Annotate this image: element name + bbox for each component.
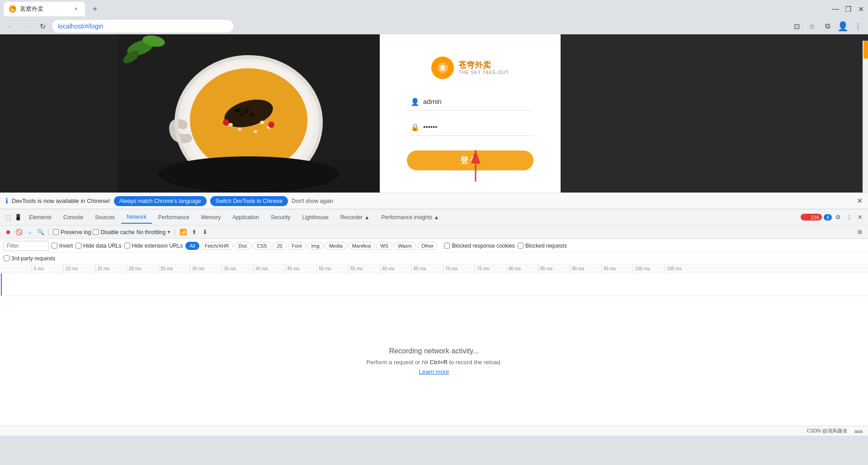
refresh-button[interactable]: ↻ — [36, 20, 49, 33]
notification-message: DevTools is now available in Chinese! — [12, 197, 110, 204]
active-tab[interactable]: 🍜 茗窝外卖 × — [4, 2, 85, 16]
window-controls: — ❐ ✕ — [832, 5, 864, 13]
new-tab-button[interactable]: + — [89, 3, 101, 15]
scrollbar-thumb[interactable] — [863, 41, 868, 59]
ruler-mark-14: 70 ms — [443, 264, 475, 273]
address-input[interactable] — [52, 20, 233, 33]
browser-menu-icon[interactable]: ⋮ — [852, 20, 864, 33]
browser-window: 🍜 茗窝外卖 × + — ❐ ✕ ← → ↻ ⊡ ☆ ⧉ 👤 ⋮ — [0, 0, 868, 436]
tab-application[interactable]: Application — [227, 211, 264, 223]
tab-performance[interactable]: Performance — [153, 211, 195, 223]
devtools-close-btn[interactable]: ✕ — [855, 213, 864, 222]
tab-recorder[interactable]: Recorder ▲ — [335, 211, 375, 223]
preserve-log-checkbox[interactable] — [53, 229, 59, 235]
devtools-tab-bar: ⬚ 📱 Elements Console Sources Network Per… — [0, 209, 868, 225]
filter-media-btn[interactable]: Media — [325, 242, 347, 250]
filter-toggle-btn[interactable]: ⬦ — [25, 228, 34, 237]
dont-show-again-button[interactable]: Don't show again — [292, 198, 333, 204]
filter-fetch-btn[interactable]: Fetch/XHR — [201, 242, 233, 250]
filter-css-btn[interactable]: CSS — [253, 242, 271, 250]
filter-img-btn[interactable]: Img — [307, 242, 324, 250]
cast-icon[interactable]: ⊡ — [790, 20, 803, 33]
ruler-mark-15: 75 ms — [475, 264, 506, 273]
clear-btn[interactable]: 🚫 — [14, 228, 24, 237]
hide-ext-urls-label[interactable]: Hide extension URLs — [124, 243, 183, 249]
online-icon[interactable]: 📶 — [179, 228, 188, 237]
switch-to-chinese-button[interactable]: Switch DevTools to Chinese — [210, 196, 288, 206]
page-scrollbar[interactable] — [863, 41, 868, 199]
filter-font-btn[interactable]: Font — [288, 242, 306, 250]
maximize-button[interactable]: ❐ — [844, 5, 852, 13]
disable-cache-label[interactable]: Disable cache — [93, 229, 134, 235]
close-button[interactable]: ✕ — [857, 5, 864, 13]
login-panel: 食 苍穹外卖 THE SKY TAKE-OUT 👤 🔒 登录 — [380, 34, 561, 193]
filter-doc-btn[interactable]: Doc — [235, 242, 252, 250]
download-icon[interactable]: ⬇ — [200, 228, 209, 237]
disable-cache-checkbox[interactable] — [93, 229, 99, 235]
tab-console[interactable]: Console — [58, 211, 89, 223]
svg-point-11 — [260, 121, 264, 124]
hide-data-urls-label[interactable]: Hide data URLs — [75, 243, 122, 249]
bookmark-icon[interactable]: ☆ — [806, 20, 818, 33]
invert-checkbox[interactable] — [52, 243, 57, 249]
username-input[interactable] — [407, 93, 533, 111]
filter-wasm-btn[interactable]: Wasm — [394, 242, 416, 250]
ruler-mark-13: 65 ms — [411, 264, 443, 273]
tab-lighthouse[interactable]: Lighthouse — [297, 211, 334, 223]
blocked-cookies-label[interactable]: Blocked response cookies — [444, 243, 514, 249]
filter-input[interactable] — [4, 241, 49, 251]
filter-row: Invert Hide data URLs Hide extension URL… — [0, 239, 868, 253]
devtools-settings-btn[interactable]: ⚙ — [834, 213, 843, 222]
ruler-mark-16: 80 ms — [506, 264, 538, 273]
filter-manifest-btn[interactable]: Manifest — [348, 242, 375, 250]
forward-button[interactable]: → — [20, 20, 33, 33]
third-party-checkbox[interactable] — [4, 255, 9, 261]
invert-text: Invert — [59, 243, 73, 249]
minimize-button[interactable]: — — [832, 5, 839, 13]
filter-ws-btn[interactable]: WS — [376, 242, 392, 250]
password-group: 🔒 — [407, 118, 533, 136]
tab-memory[interactable]: Memory — [196, 211, 226, 223]
tab-elements[interactable]: Elements — [24, 211, 57, 223]
extensions-icon[interactable]: ⧉ — [821, 20, 834, 33]
user-profile-icon[interactable]: 👤 — [836, 20, 849, 33]
learn-more-link[interactable]: Learn more — [419, 368, 449, 375]
preserve-log-label[interactable]: Preserve log — [53, 229, 91, 235]
device-mode-btn[interactable]: 📱 — [14, 213, 23, 222]
tab-performance-insights[interactable]: Performance insights ▲ — [376, 211, 445, 223]
blocked-requests-checkbox[interactable] — [518, 243, 524, 249]
ruler-mark-19: 95 ms — [601, 264, 633, 273]
devtools-panel: ⬚ 📱 Elements Console Sources Network Per… — [0, 209, 868, 426]
record-stop-btn[interactable]: ⏺ — [4, 228, 13, 237]
filter-all-btn[interactable]: All — [185, 242, 199, 250]
blocked-requests-label[interactable]: Blocked requests — [518, 243, 567, 249]
filter-other-btn[interactable]: Other — [417, 242, 438, 250]
match-language-button[interactable]: Always match Chrome's language — [114, 196, 207, 206]
blocked-cookies-checkbox[interactable] — [444, 243, 450, 249]
search-btn[interactable]: 🔍 — [36, 228, 45, 237]
tab-close-btn[interactable]: × — [72, 5, 80, 13]
hide-ext-urls-checkbox[interactable] — [124, 243, 130, 249]
info-count: 4 — [826, 215, 829, 220]
third-party-label[interactable]: 3rd-party requests — [4, 255, 55, 262]
tab-security[interactable]: Security — [265, 211, 296, 223]
logo-icon: 食 — [431, 56, 454, 79]
notification-close-btn[interactable]: ✕ — [857, 197, 863, 205]
webpage-content: 食 苍穹外卖 THE SKY TAKE-OUT 👤 🔒 登录 — [0, 34, 868, 193]
network-settings-btn[interactable]: ⚙ — [855, 228, 864, 237]
tab-sources[interactable]: Sources — [90, 211, 120, 223]
hide-data-urls-text: Hide data URLs — [83, 243, 122, 249]
invert-label[interactable]: Invert — [52, 243, 73, 249]
upload-icon[interactable]: ⬆ — [189, 228, 198, 237]
preserve-log-text: Preserve log — [61, 229, 91, 235]
devtools-more-btn[interactable]: ⋮ — [844, 213, 854, 222]
svg-text:食: 食 — [439, 64, 446, 71]
back-button[interactable]: ← — [4, 20, 16, 33]
password-input[interactable] — [407, 118, 533, 136]
inspect-element-btn[interactable]: ⬚ — [4, 213, 13, 222]
hide-data-urls-checkbox[interactable] — [75, 243, 81, 249]
throttle-arrow[interactable]: ▼ — [166, 230, 171, 235]
tab-network[interactable]: Network — [121, 211, 152, 224]
filter-js-btn[interactable]: JS — [273, 242, 287, 250]
ruler-mark-11: 55 ms — [348, 264, 380, 273]
